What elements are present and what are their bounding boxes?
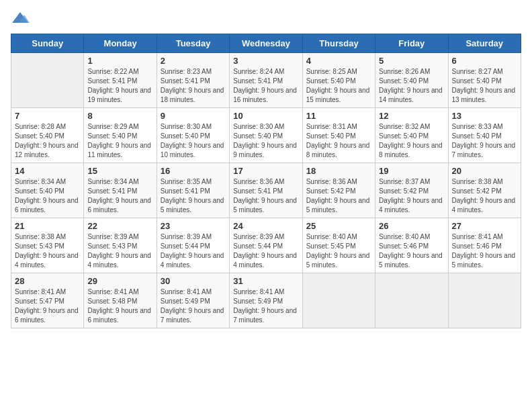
day-number: 3 (233, 56, 298, 66)
column-header-thursday: Thursday (302, 34, 375, 53)
day-number: 8 (87, 111, 152, 121)
cell-info: Sunrise: 8:41 AMSunset: 5:49 PMDaylight:… (233, 287, 298, 325)
day-number: 12 (379, 111, 444, 121)
cell-info: Sunrise: 8:40 AMSunset: 5:46 PMDaylight:… (379, 232, 444, 270)
cell-info: Sunrise: 8:39 AMSunset: 5:44 PMDaylight:… (233, 232, 298, 270)
calendar-cell: 24Sunrise: 8:39 AMSunset: 5:44 PMDayligh… (230, 218, 302, 273)
day-number: 2 (161, 56, 226, 66)
day-number: 7 (15, 111, 80, 121)
day-number: 4 (306, 56, 371, 66)
day-number: 15 (87, 166, 152, 176)
calendar-table: SundayMondayTuesdayWednesdayThursdayFrid… (11, 34, 521, 328)
cell-info: Sunrise: 8:41 AMSunset: 5:46 PMDaylight:… (452, 232, 517, 270)
cell-info: Sunrise: 8:39 AMSunset: 5:44 PMDaylight:… (161, 232, 226, 270)
cell-info: Sunrise: 8:41 AMSunset: 5:47 PMDaylight:… (15, 287, 80, 325)
calendar-cell: 23Sunrise: 8:39 AMSunset: 5:44 PMDayligh… (157, 218, 229, 273)
day-number: 29 (87, 276, 152, 286)
day-number: 23 (161, 221, 226, 231)
calendar-cell: 26Sunrise: 8:40 AMSunset: 5:46 PMDayligh… (375, 218, 448, 273)
cell-info: Sunrise: 8:24 AMSunset: 5:41 PMDaylight:… (233, 67, 298, 105)
cell-info: Sunrise: 8:33 AMSunset: 5:40 PMDaylight:… (452, 122, 517, 160)
cell-info: Sunrise: 8:37 AMSunset: 5:42 PMDaylight:… (379, 177, 444, 215)
calendar-cell: 11Sunrise: 8:31 AMSunset: 5:40 PMDayligh… (302, 108, 375, 163)
calendar-cell: 2Sunrise: 8:23 AMSunset: 5:41 PMDaylight… (157, 53, 229, 108)
calendar-cell: 15Sunrise: 8:34 AMSunset: 5:41 PMDayligh… (84, 163, 157, 218)
calendar-cell: 21Sunrise: 8:38 AMSunset: 5:43 PMDayligh… (11, 218, 84, 273)
cell-info: Sunrise: 8:22 AMSunset: 5:41 PMDaylight:… (87, 67, 152, 105)
cell-info: Sunrise: 8:41 AMSunset: 5:49 PMDaylight:… (161, 287, 226, 325)
cell-info: Sunrise: 8:26 AMSunset: 5:40 PMDaylight:… (379, 67, 444, 105)
day-number: 1 (87, 56, 152, 66)
cell-info: Sunrise: 8:41 AMSunset: 5:48 PMDaylight:… (87, 287, 152, 325)
cell-info: Sunrise: 8:31 AMSunset: 5:40 PMDaylight:… (306, 122, 371, 160)
column-header-monday: Monday (84, 34, 157, 53)
day-number: 22 (87, 221, 152, 231)
calendar-cell: 29Sunrise: 8:41 AMSunset: 5:48 PMDayligh… (84, 273, 157, 328)
calendar-cell: 25Sunrise: 8:40 AMSunset: 5:45 PMDayligh… (302, 218, 375, 273)
calendar-cell: 31Sunrise: 8:41 AMSunset: 5:49 PMDayligh… (230, 273, 302, 328)
cell-info: Sunrise: 8:25 AMSunset: 5:40 PMDaylight:… (306, 67, 371, 105)
column-header-sunday: Sunday (11, 34, 84, 53)
header (11, 11, 521, 26)
day-number: 28 (15, 276, 80, 286)
calendar-cell: 14Sunrise: 8:34 AMSunset: 5:40 PMDayligh… (11, 163, 84, 218)
day-number: 24 (233, 221, 298, 231)
cell-info: Sunrise: 8:36 AMSunset: 5:42 PMDaylight:… (306, 177, 371, 215)
calendar-cell: 16Sunrise: 8:35 AMSunset: 5:41 PMDayligh… (157, 163, 229, 218)
calendar-cell (11, 53, 84, 108)
cell-info: Sunrise: 8:30 AMSunset: 5:40 PMDaylight:… (161, 122, 226, 160)
calendar-cell: 9Sunrise: 8:30 AMSunset: 5:40 PMDaylight… (157, 108, 229, 163)
day-number: 5 (379, 56, 444, 66)
calendar-cell: 19Sunrise: 8:37 AMSunset: 5:42 PMDayligh… (375, 163, 448, 218)
cell-info: Sunrise: 8:34 AMSunset: 5:40 PMDaylight:… (15, 177, 80, 215)
logo (11, 11, 32, 26)
calendar-cell: 8Sunrise: 8:29 AMSunset: 5:40 PMDaylight… (84, 108, 157, 163)
day-number: 21 (15, 221, 80, 231)
day-number: 11 (306, 111, 371, 121)
column-header-tuesday: Tuesday (157, 34, 229, 53)
cell-info: Sunrise: 8:23 AMSunset: 5:41 PMDaylight:… (161, 67, 226, 105)
day-number: 17 (233, 166, 298, 176)
calendar-cell (302, 273, 375, 328)
cell-info: Sunrise: 8:34 AMSunset: 5:41 PMDaylight:… (87, 177, 152, 215)
calendar-cell (448, 273, 521, 328)
column-header-friday: Friday (375, 34, 448, 53)
calendar-cell: 18Sunrise: 8:36 AMSunset: 5:42 PMDayligh… (302, 163, 375, 218)
calendar-cell: 27Sunrise: 8:41 AMSunset: 5:46 PMDayligh… (448, 218, 521, 273)
cell-info: Sunrise: 8:39 AMSunset: 5:43 PMDaylight:… (87, 232, 152, 270)
cell-info: Sunrise: 8:27 AMSunset: 5:40 PMDaylight:… (452, 67, 517, 105)
cell-info: Sunrise: 8:35 AMSunset: 5:41 PMDaylight:… (161, 177, 226, 215)
day-number: 25 (306, 221, 371, 231)
calendar-cell: 30Sunrise: 8:41 AMSunset: 5:49 PMDayligh… (157, 273, 229, 328)
day-number: 14 (15, 166, 80, 176)
calendar-cell: 7Sunrise: 8:28 AMSunset: 5:40 PMDaylight… (11, 108, 84, 163)
cell-info: Sunrise: 8:40 AMSunset: 5:45 PMDaylight:… (306, 232, 371, 270)
cell-info: Sunrise: 8:36 AMSunset: 5:41 PMDaylight:… (233, 177, 298, 215)
day-number: 27 (452, 221, 517, 231)
cell-info: Sunrise: 8:32 AMSunset: 5:40 PMDaylight:… (379, 122, 444, 160)
column-header-saturday: Saturday (448, 34, 521, 53)
calendar-cell: 4Sunrise: 8:25 AMSunset: 5:40 PMDaylight… (302, 53, 375, 108)
calendar-cell: 17Sunrise: 8:36 AMSunset: 5:41 PMDayligh… (230, 163, 302, 218)
day-number: 10 (233, 111, 298, 121)
day-number: 16 (161, 166, 226, 176)
calendar-cell (375, 273, 448, 328)
logo-icon (11, 11, 30, 26)
cell-info: Sunrise: 8:38 AMSunset: 5:42 PMDaylight:… (452, 177, 517, 215)
calendar-cell: 28Sunrise: 8:41 AMSunset: 5:47 PMDayligh… (11, 273, 84, 328)
calendar-cell: 22Sunrise: 8:39 AMSunset: 5:43 PMDayligh… (84, 218, 157, 273)
day-number: 6 (452, 56, 517, 66)
cell-info: Sunrise: 8:28 AMSunset: 5:40 PMDaylight:… (15, 122, 80, 160)
calendar-cell: 10Sunrise: 8:30 AMSunset: 5:40 PMDayligh… (230, 108, 302, 163)
cell-info: Sunrise: 8:30 AMSunset: 5:40 PMDaylight:… (233, 122, 298, 160)
calendar-cell: 3Sunrise: 8:24 AMSunset: 5:41 PMDaylight… (230, 53, 302, 108)
calendar-cell: 13Sunrise: 8:33 AMSunset: 5:40 PMDayligh… (448, 108, 521, 163)
day-number: 30 (161, 276, 226, 286)
calendar-cell: 5Sunrise: 8:26 AMSunset: 5:40 PMDaylight… (375, 53, 448, 108)
day-number: 19 (379, 166, 444, 176)
column-header-wednesday: Wednesday (230, 34, 302, 53)
cell-info: Sunrise: 8:38 AMSunset: 5:43 PMDaylight:… (15, 232, 80, 270)
day-number: 31 (233, 276, 298, 286)
calendar-cell: 6Sunrise: 8:27 AMSunset: 5:40 PMDaylight… (448, 53, 521, 108)
day-number: 13 (452, 111, 517, 121)
